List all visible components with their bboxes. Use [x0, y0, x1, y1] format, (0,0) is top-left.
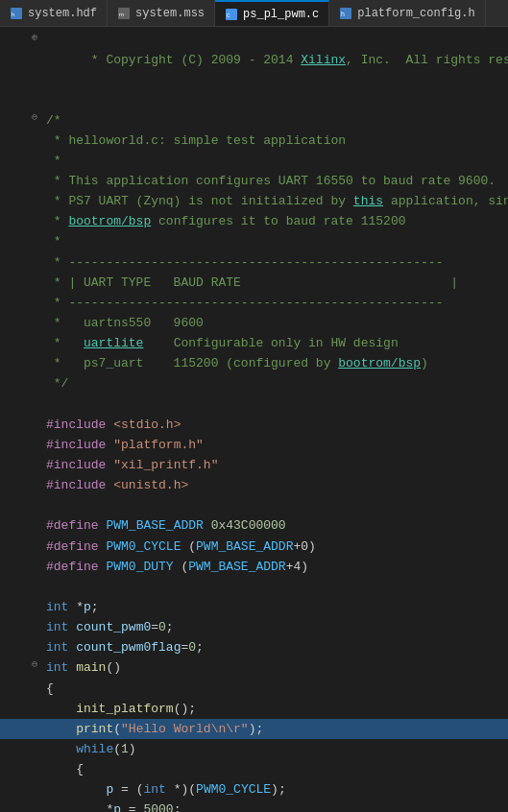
line-c7: * | UART TYPE BAUD RATE |	[0, 273, 508, 293]
hdf-icon: h	[10, 7, 23, 20]
line-c10: * uartlite Configurable only in HW desig…	[0, 333, 508, 353]
tab-system-mss[interactable]: m system.mss	[108, 0, 215, 26]
line-c4: * bootrom/bsp configures it to baud rate…	[0, 211, 508, 231]
line-c8: * --------------------------------------…	[0, 293, 508, 313]
line-blank-5	[0, 577, 508, 597]
line-print: print("Hello World\n\r");	[0, 719, 508, 739]
line-brace2: {	[0, 759, 508, 779]
tab-platform-config-h[interactable]: h platform_config.h	[329, 0, 485, 26]
line-while: while(1)	[0, 739, 508, 759]
line-c-end: */	[0, 373, 508, 394]
line-c5: *	[0, 231, 508, 251]
tab-ps-pl-pwm-c-label: ps_pl_pwm.c	[243, 8, 319, 21]
svg-text:c: c	[227, 12, 230, 18]
svg-text:h: h	[12, 12, 14, 17]
tab-system-hdf-label: system.hdf	[28, 7, 97, 20]
line-c11: * ps7_uart 115200 (configured by bootrom…	[0, 353, 508, 373]
tab-ps-pl-pwm-c[interactable]: c ps_pl_pwm.c	[215, 0, 329, 26]
svg-text:m: m	[119, 12, 124, 17]
line-def1: #define PWM_BASE_ADDR 0x43C00000	[0, 515, 508, 536]
line-var2: int count_pwm0=0;	[0, 617, 508, 637]
h-file-icon: h	[339, 7, 352, 20]
line-init: init_platform();	[0, 699, 508, 719]
line-inc3: #include "xil_printf.h"	[0, 455, 508, 475]
line-c1: * helloworld.c: simple test application	[0, 131, 508, 151]
line-brace1: {	[0, 679, 508, 699]
line-c6: * --------------------------------------…	[0, 252, 508, 273]
line-var1: int *p;	[0, 597, 508, 617]
line-def3: #define PWM0_DUTY (PWM_BASE_ADDR+4)	[0, 557, 508, 577]
line-blank-2: *	[0, 151, 508, 171]
code-editor: ⊕ * Copyright (C) 2009 - 2014 Xilinx, In…	[0, 27, 508, 812]
line-c3: * PS7 UART (Zynq) is not initialized by …	[0, 191, 508, 211]
line-p1: p = (int *)(PWM0_CYCLE);	[0, 779, 508, 800]
mss-icon: m	[117, 7, 131, 20]
line-c9: * uartns550 9600	[0, 313, 508, 333]
line-def2: #define PWM0_CYCLE (PWM_BASE_ADDR+0)	[0, 537, 508, 557]
line-p2: *p = 5000;	[0, 800, 508, 812]
line-blank-3	[0, 394, 508, 415]
line-comment-start: ⊖ /*	[0, 110, 508, 131]
line-1: ⊕ * Copyright (C) 2009 - 2014 Xilinx, In…	[0, 31, 508, 89]
line-inc4: #include <unistd.h>	[0, 475, 508, 495]
c-file-icon: c	[225, 8, 238, 21]
tab-bar: h system.hdf m system.mss c ps_pl_pwm.c …	[0, 0, 508, 27]
line-blank-1	[0, 89, 508, 109]
svg-text:h: h	[341, 11, 345, 17]
line-main: ⊖ int main()	[0, 657, 508, 678]
line-blank-4	[0, 495, 508, 515]
line-var3: int count_pwm0flag=0;	[0, 637, 508, 657]
tab-platform-config-h-label: platform_config.h	[357, 7, 474, 20]
line-c2: * This application configures UART 16550…	[0, 171, 508, 191]
line-inc2: #include "platform.h"	[0, 435, 508, 455]
tab-system-mss-label: system.mss	[135, 7, 205, 20]
line-inc1: #include <stdio.h>	[0, 415, 508, 435]
tab-system-hdf[interactable]: h system.hdf	[0, 0, 108, 26]
